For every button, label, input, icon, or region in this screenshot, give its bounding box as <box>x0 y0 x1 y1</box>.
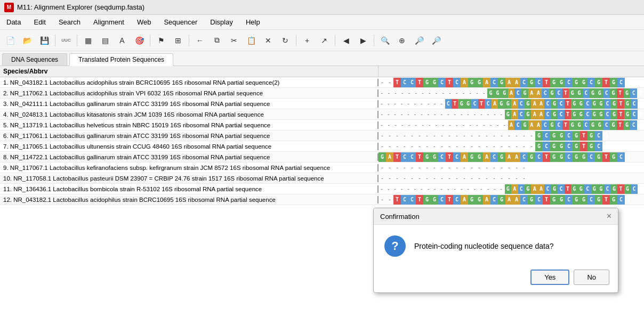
toolbar-separator <box>335 35 335 46</box>
tab-dna-sequences[interactable]: DNA Sequences <box>2 53 67 66</box>
grid-icon[interactable]: ▦ <box>80 33 96 48</box>
target-icon[interactable]: 🎯 <box>131 33 147 48</box>
copy-icon[interactable]: ⧉ <box>209 33 225 48</box>
title-text: M11: Alignment Explorer (seqdump.fasta) <box>17 3 144 11</box>
refresh-icon[interactable]: ↻ <box>277 33 293 48</box>
zoom-out-icon[interactable]: 🔎 <box>411 33 427 48</box>
toolbar-separator <box>296 35 296 46</box>
tab-translated-protein-sequences[interactable]: Translated Protein Sequences <box>69 53 173 66</box>
menu-item-display[interactable]: Display <box>204 16 239 28</box>
app-logo: M <box>4 3 14 12</box>
menu-item-sequencer[interactable]: Sequencer <box>157 16 204 28</box>
titlebar: M M11: Alignment Explorer (seqdump.fasta… <box>0 0 644 15</box>
dialog-message: Protein-coding nucleotide sequence data? <box>414 242 554 250</box>
menubar: DataEditSearchAlignmentWebSequencerDispl… <box>0 15 644 30</box>
text-icon[interactable]: A <box>114 33 130 48</box>
menu-item-help[interactable]: Help <box>239 16 267 28</box>
dialog-buttons: Yes No <box>374 265 618 292</box>
menu-item-edit[interactable]: Edit <box>27 16 52 28</box>
left-icon[interactable]: ◀ <box>338 33 354 48</box>
code-icon[interactable]: UUC <box>58 33 74 48</box>
save-icon[interactable]: 💾 <box>36 33 52 48</box>
dialog-question-icon: ? <box>384 235 406 257</box>
toolbar-separator <box>189 35 189 46</box>
confirmation-dialog: Confirmation × ? Protein-coding nucleoti… <box>373 208 618 293</box>
tabs: DNA SequencesTranslated Protein Sequence… <box>0 51 644 66</box>
menu-item-alignment[interactable]: Alignment <box>87 16 131 28</box>
dialog-close-button[interactable]: × <box>607 211 611 221</box>
cut-icon[interactable]: ✂ <box>226 33 242 48</box>
open-icon[interactable]: 📂 <box>19 33 35 48</box>
toolbar-separator <box>77 35 77 46</box>
toolbar-separator <box>374 35 374 46</box>
new-icon[interactable]: 📄 <box>2 33 18 48</box>
menu-item-search[interactable]: Search <box>52 16 87 28</box>
dialog-no-button[interactable]: No <box>574 270 609 285</box>
toolbar-separator <box>55 35 55 46</box>
paste-icon[interactable]: 📋 <box>243 33 259 48</box>
toolbar-separator <box>150 35 150 46</box>
dialog-body: ? Protein-coding nucleotide sequence dat… <box>374 225 618 265</box>
flag-icon[interactable]: ⚑ <box>153 33 169 48</box>
zoom-fit-icon[interactable]: ⊕ <box>394 33 410 48</box>
menu-item-web[interactable]: Web <box>131 16 158 28</box>
add-icon[interactable]: + <box>299 33 315 48</box>
export-icon[interactable]: ↗ <box>316 33 332 48</box>
zoom-in-icon[interactable]: 🔍 <box>377 33 393 48</box>
toolbar: 📄📂💾UUC▦▤A🎯⚑⊞←⧉✂📋✕↻+↗◀▶🔍⊕🔎🔎 <box>0 30 644 51</box>
menu-item-data[interactable]: Data <box>0 16 27 28</box>
right-icon[interactable]: ▶ <box>355 33 371 48</box>
dialog-title-text: Confirmation <box>380 213 420 221</box>
back-icon[interactable]: ← <box>192 33 208 48</box>
delete-icon[interactable]: ✕ <box>260 33 276 48</box>
tree-icon[interactable]: ⊞ <box>170 33 186 48</box>
align-icon[interactable]: ▤ <box>97 33 113 48</box>
search2-icon[interactable]: 🔎 <box>428 33 444 48</box>
dialog-title-bar: Confirmation × <box>374 208 618 225</box>
dialog-yes-button[interactable]: Yes <box>530 270 569 285</box>
